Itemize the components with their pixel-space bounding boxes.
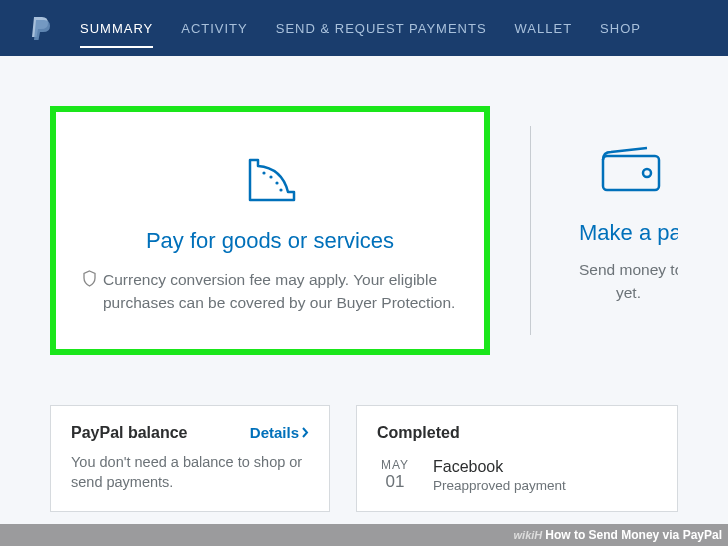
footer-source: wikiH: [514, 529, 543, 541]
vertical-divider: [530, 126, 531, 335]
completed-title: Completed: [377, 424, 657, 442]
svg-point-5: [643, 169, 651, 177]
footer-title: How to Send Money via PayPal: [545, 528, 722, 542]
make-payment-card[interactable]: Make a payment in Send money to a friend…: [571, 106, 678, 355]
pay-goods-title: Pay for goods or services: [82, 228, 458, 254]
nav-send-request[interactable]: SEND & REQUEST PAYMENTS: [276, 0, 487, 56]
make-payment-title: Make a payment in: [579, 220, 678, 246]
nav-activity[interactable]: ACTIVITY: [181, 0, 248, 56]
footer-watermark: wikiH How to Send Money via PayPal: [0, 524, 728, 546]
wallet-icon: [579, 144, 678, 194]
main-content: Pay for goods or services Currency conve…: [0, 56, 728, 385]
transaction-merchant: Facebook: [433, 458, 566, 476]
balance-desc: You don't need a balance to shop or send…: [71, 452, 309, 493]
balance-header: PayPal balance Details: [71, 424, 309, 442]
nav-items: SUMMARY ACTIVITY SEND & REQUEST PAYMENTS…: [80, 0, 641, 56]
pay-goods-desc: Currency conversion fee may apply. Your …: [82, 268, 458, 315]
nav-summary[interactable]: SUMMARY: [80, 0, 153, 56]
paypal-logo-icon[interactable]: [30, 15, 52, 41]
chevron-right-icon: [301, 424, 309, 441]
transaction-date: MAY 01: [377, 458, 413, 492]
completed-card: Completed MAY 01 Facebook Preapproved pa…: [356, 405, 678, 512]
details-link[interactable]: Details: [250, 424, 309, 441]
top-nav: SUMMARY ACTIVITY SEND & REQUEST PAYMENTS…: [0, 0, 728, 56]
bottom-row: PayPal balance Details You don't need a …: [0, 405, 728, 512]
balance-title: PayPal balance: [71, 424, 188, 442]
svg-point-1: [269, 175, 272, 178]
transaction-details: Facebook Preapproved payment: [433, 458, 566, 493]
make-payment-desc: Send money to a friend, even yet.: [579, 258, 678, 305]
transaction-row[interactable]: MAY 01 Facebook Preapproved payment: [377, 458, 657, 493]
nav-shop[interactable]: SHOP: [600, 0, 641, 56]
shield-icon: [82, 270, 97, 293]
nav-wallet[interactable]: WALLET: [515, 0, 573, 56]
balance-card: PayPal balance Details You don't need a …: [50, 405, 330, 512]
svg-point-3: [279, 188, 282, 191]
pay-goods-card[interactable]: Pay for goods or services Currency conve…: [50, 106, 490, 355]
transaction-type: Preapproved payment: [433, 478, 566, 493]
svg-point-0: [262, 171, 265, 174]
svg-point-2: [275, 181, 278, 184]
protection-icon: [82, 150, 458, 206]
